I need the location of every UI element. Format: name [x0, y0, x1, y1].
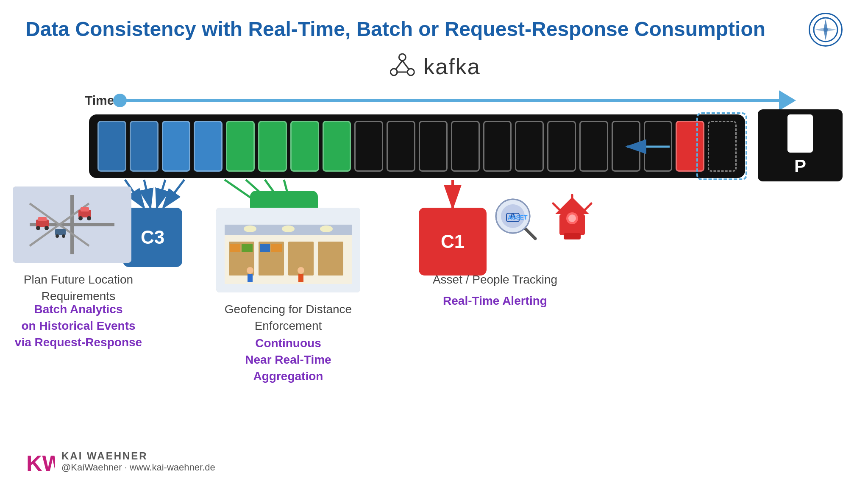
log-cell-10	[387, 121, 415, 172]
svg-rect-47	[242, 244, 253, 252]
location-title: Plan Future Location Requirements	[13, 271, 144, 304]
kafka-icon	[387, 51, 417, 82]
log-cell-12	[451, 121, 480, 172]
log-cell-6	[258, 121, 287, 172]
producer-inner-box	[787, 114, 813, 153]
producer-label: P	[794, 156, 806, 176]
svg-rect-45	[318, 242, 343, 276]
brand-name: KAI WAEHNER	[61, 450, 215, 462]
svg-rect-36	[55, 229, 66, 235]
svg-line-7	[402, 61, 409, 69]
svg-point-37	[56, 234, 59, 238]
svg-point-3	[399, 54, 406, 61]
svg-point-38	[62, 234, 65, 238]
svg-marker-2	[815, 28, 836, 32]
log-cell-17	[612, 121, 640, 172]
svg-rect-53	[298, 274, 303, 282]
consumer-c1-box: C1	[419, 208, 487, 276]
time-arrow	[118, 99, 783, 102]
geofencing-title: Geofencing for Distance Enforcement	[216, 301, 360, 334]
svg-point-52	[298, 267, 304, 274]
svg-line-6	[396, 61, 402, 69]
log-cell-14	[515, 121, 544, 172]
svg-line-67	[553, 203, 559, 210]
svg-point-71	[568, 214, 576, 222]
svg-rect-46	[230, 244, 240, 252]
alarm-icon	[547, 193, 598, 244]
slide-container: Data Consistency with Real-Time, Batch o…	[0, 0, 868, 487]
slide-title: Data Consistency with Real-Time, Batch o…	[25, 17, 843, 42]
brand-social: @KaiWaehner · www.kai-waehner.de	[61, 462, 215, 473]
log-cell-3	[162, 121, 191, 172]
kafka-log	[89, 114, 745, 178]
log-cell-7	[290, 121, 319, 172]
svg-line-15	[157, 180, 165, 208]
log-cell-9	[354, 121, 383, 172]
svg-text:ASSET: ASSET	[508, 214, 528, 221]
svg-line-16	[163, 180, 184, 208]
log-cell-1	[97, 121, 126, 172]
kafka-logo-section: kafka	[387, 51, 480, 82]
location-subtitle: Batch Analyticson Historical Eventsvia R…	[13, 301, 144, 351]
svg-rect-49	[271, 244, 282, 252]
location-image	[13, 186, 131, 263]
svg-rect-48	[260, 244, 270, 252]
svg-line-62	[526, 229, 535, 239]
svg-point-35	[87, 216, 91, 220]
producer-box: P	[758, 109, 843, 181]
svg-point-34	[78, 216, 83, 220]
svg-line-14	[144, 180, 150, 208]
svg-point-30	[36, 226, 40, 230]
tracking-title: Asset / People Tracking	[415, 271, 576, 288]
geofencing-subtitle: ContinuousNear Real-TimeAggregation	[216, 335, 360, 385]
factory-image	[216, 208, 360, 292]
svg-point-55	[282, 225, 295, 232]
svg-point-5	[407, 69, 414, 75]
kafka-label: kafka	[423, 54, 480, 79]
asset-tracking-icon: A ASSET	[490, 193, 540, 244]
svg-rect-29	[38, 217, 47, 221]
log-cell-4	[194, 121, 223, 172]
tracking-subtitle: Real-Time Alerting	[415, 292, 576, 309]
svg-point-54	[244, 225, 256, 232]
log-dashed-indicator	[696, 112, 747, 180]
brand-section: KW KAI WAEHNER @KaiWaehner · www.kai-wae…	[25, 449, 215, 474]
log-cell-8	[323, 121, 351, 172]
log-cell-11	[419, 121, 448, 172]
svg-rect-33	[81, 207, 89, 211]
log-cell-13	[483, 121, 512, 172]
svg-point-31	[45, 226, 49, 230]
svg-rect-66	[564, 233, 581, 239]
log-cell-16	[579, 121, 608, 172]
log-cell-5	[226, 121, 255, 172]
log-cell-2	[130, 121, 159, 172]
consumer-c3-box: C3	[123, 208, 182, 267]
log-cell-18	[644, 121, 673, 172]
svg-point-56	[320, 225, 333, 232]
compass-icon	[809, 13, 843, 47]
svg-rect-51	[248, 274, 253, 282]
log-cell-15	[547, 121, 576, 172]
svg-text:KW: KW	[26, 451, 55, 474]
time-label: Time	[85, 93, 114, 108]
svg-point-50	[247, 267, 253, 274]
time-arrow-section: Time	[85, 93, 783, 108]
svg-line-68	[585, 203, 591, 210]
